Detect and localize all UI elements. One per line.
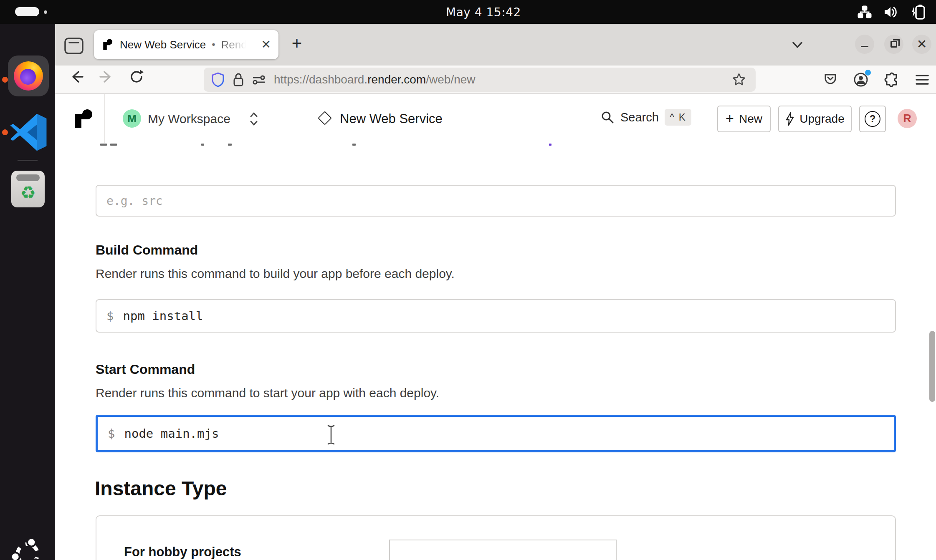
search-icon	[600, 110, 615, 124]
active-tab[interactable]: New Web Service • Render ✕	[94, 30, 278, 59]
page-title: New Web Service	[340, 111, 443, 126]
search-button[interactable]: Search ^ K	[600, 109, 691, 126]
vscode-icon	[9, 113, 48, 151]
ubuntu-logo-icon	[12, 538, 43, 560]
dock-item-trash[interactable]: ♻	[11, 171, 45, 207]
workspace-selector[interactable]: My Workspace	[148, 112, 230, 126]
start-command-value: node main.mjs	[124, 426, 219, 441]
tab-title-suffix: Render	[221, 38, 249, 51]
show-apps-button[interactable]	[12, 538, 43, 560]
screen: May 4 15:42	[0, 0, 936, 560]
firefox-view-button[interactable]	[64, 38, 83, 54]
hobby-projects-label: For hobby projects	[124, 545, 241, 560]
header-divider	[104, 94, 105, 143]
toolbar-right	[823, 68, 929, 92]
tab-bar: New Web Service • Render ✕ + ✕	[55, 24, 936, 66]
lock-icon[interactable]	[232, 72, 245, 87]
extensions-icon[interactable]	[884, 72, 899, 87]
render-logo[interactable]	[73, 109, 93, 128]
window-close-button[interactable]: ✕	[912, 35, 931, 54]
clipped-text-fragment	[228, 144, 232, 146]
tab-title: New Web Service	[120, 38, 206, 51]
activities-pill[interactable]	[15, 7, 39, 16]
build-command-heading: Build Command	[96, 242, 198, 258]
recycle-icon: ♻	[11, 183, 45, 202]
reload-button[interactable]	[129, 69, 144, 85]
vscode-running-dot	[2, 129, 8, 135]
plus-icon: +	[726, 110, 734, 126]
page-content: Build Command Render runs this command t…	[55, 143, 936, 560]
browser-window: New Web Service • Render ✕ + ✕	[55, 24, 936, 560]
render-header: M My Workspace New Web Service Search ^ …	[55, 94, 936, 143]
clipped-text-fragment	[201, 144, 204, 146]
service-diamond-icon	[318, 111, 332, 125]
system-top-bar: May 4 15:42	[0, 0, 936, 24]
search-shortcut-badge: ^ K	[665, 109, 691, 126]
dock-item-vscode[interactable]	[9, 113, 48, 151]
user-avatar[interactable]: R	[898, 109, 917, 128]
system-clock[interactable]: May 4 15:42	[446, 5, 521, 19]
plan-name: Free	[403, 558, 430, 560]
free-plan-card[interactable]: Free 512 MB (RAM)	[389, 540, 617, 560]
url-text[interactable]: https://dashboard.render.com/web/new	[274, 73, 476, 86]
back-button[interactable]	[68, 69, 84, 85]
menu-hamburger-icon[interactable]	[915, 73, 929, 86]
clipped-text-fragment	[110, 144, 117, 146]
search-label: Search	[620, 111, 659, 124]
tab-close-icon[interactable]: ✕	[261, 39, 271, 50]
instance-type-panel: For hobby projects Free 512 MB (RAM)	[96, 515, 896, 560]
shell-prompt: $	[108, 426, 115, 441]
text-cursor	[326, 424, 336, 446]
firefox-icon	[14, 61, 43, 91]
lightning-icon	[785, 112, 794, 126]
render-favicon	[101, 39, 113, 50]
volume-icon	[883, 5, 898, 19]
start-command-description: Render runs this command to start your a…	[96, 386, 439, 400]
network-icon	[858, 5, 872, 19]
permissions-icon[interactable]	[251, 73, 266, 86]
navigation-bar: https://dashboard.render.com/web/new	[55, 66, 936, 94]
header-divider	[705, 94, 705, 143]
workspace-dot	[44, 10, 47, 14]
system-tray[interactable]	[858, 5, 927, 19]
shell-prompt: $	[106, 309, 114, 323]
new-tab-button[interactable]: +	[286, 33, 308, 55]
start-command-input-focused[interactable]: $ node main.mjs	[96, 415, 896, 452]
tab-separator: •	[212, 39, 215, 50]
dock-separator	[18, 160, 38, 161]
workspace-chevrons-icon[interactable]	[248, 110, 260, 128]
build-command-description: Render runs this command to build your a…	[96, 267, 455, 281]
dock: ♻	[0, 24, 55, 560]
account-icon[interactable]	[853, 72, 868, 87]
account-notification-dot	[865, 70, 871, 76]
pocket-icon[interactable]	[823, 73, 837, 87]
workspace-avatar[interactable]: M	[123, 109, 141, 128]
help-button[interactable]: ?	[859, 106, 886, 132]
clipped-text-fragment	[352, 144, 356, 146]
instance-type-heading: Instance Type	[95, 477, 227, 500]
question-icon: ?	[865, 111, 880, 127]
bookmark-star-icon[interactable]	[731, 72, 746, 87]
forward-button[interactable]	[99, 69, 114, 85]
plan-ram: 512 MB (RAM)	[515, 558, 601, 560]
tracking-shield-icon[interactable]	[211, 72, 225, 87]
scrollbar-thumb[interactable]	[929, 331, 935, 402]
window-minimize-button[interactable]	[855, 35, 874, 54]
build-command-value: npm install	[123, 309, 203, 323]
start-command-heading: Start Command	[96, 362, 195, 377]
clipped-link-fragment	[549, 144, 551, 146]
dock-item-firefox[interactable]	[8, 55, 49, 96]
window-restore-button[interactable]	[884, 35, 903, 54]
new-button[interactable]: + New	[717, 106, 771, 132]
firefox-running-dot	[2, 77, 8, 83]
clipped-text-fragment	[100, 144, 107, 146]
battery-icon	[910, 4, 927, 20]
url-bar[interactable]: https://dashboard.render.com/web/new	[204, 68, 756, 92]
root-directory-input[interactable]	[96, 185, 896, 217]
header-divider	[300, 94, 300, 143]
upgrade-button[interactable]: Upgrade	[778, 106, 852, 132]
list-all-tabs-button[interactable]	[789, 36, 806, 53]
build-command-input[interactable]: $ npm install	[96, 299, 896, 333]
trash-lid	[16, 174, 40, 181]
